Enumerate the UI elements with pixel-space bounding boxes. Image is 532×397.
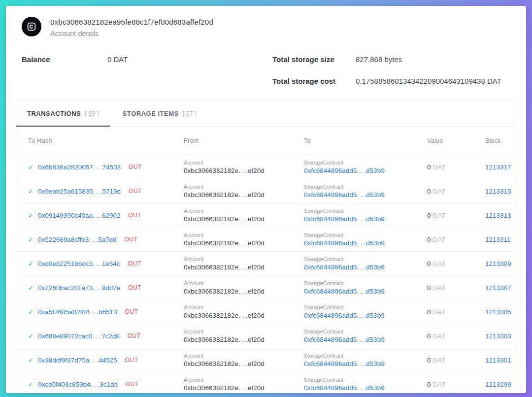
value-amount: 0 — [427, 236, 431, 243]
block-number-link[interactable]: 1213299 — [485, 381, 511, 388]
balance-label: Balance — [22, 55, 107, 64]
direction-out-badge: OUT — [128, 332, 141, 339]
transactions-body: ✓ 0x6b836a2820057. . .74503 OUT Account … — [16, 155, 516, 393]
tx-hash-link[interactable]: 0x2260bac281a73. . .9dd7e — [38, 284, 120, 292]
to-address-link[interactable]: 0xfc6844896add5. . .d53b9 — [304, 384, 427, 393]
value-unit: DAT — [433, 381, 446, 388]
to-address-link[interactable]: 0xfc6844896add5. . .d53b9 — [304, 191, 427, 199]
from-address: 0xbc3066382182e. . .ef20d — [184, 335, 304, 344]
tx-hash-cell: ✓ 0xd0e82251bbdc3. . .1e54c OUT — [28, 260, 184, 267]
from-cell: Account 0xbc3066382182e. . .ef20d — [184, 304, 304, 320]
from-cell: Account 0xbc3066382182e. . .ef20d — [184, 280, 304, 296]
tx-hash-link[interactable]: 0x38ddf9f37d75a. . .44525 — [38, 357, 117, 364]
block-cell: 1213313 — [485, 211, 511, 220]
to-address-link[interactable]: 0xfc6844896add5. . .d53b9 — [304, 311, 427, 320]
value-cell: 0DAT — [427, 164, 485, 171]
value-cell: 0DAT — [427, 284, 485, 292]
from-address: 0xbc3066382182e. . .ef20d — [184, 311, 304, 320]
transaction-row: ✓ 0x9eab25a615835. . .5719d OUT Account … — [16, 179, 516, 203]
success-check-icon: ✓ — [28, 284, 33, 292]
value-cell: 0DAT — [427, 308, 485, 316]
tx-hash-link[interactable]: 0x9eab25a615835. . .5719d — [38, 188, 121, 195]
from-type-label: Account — [184, 159, 304, 166]
value-cell: 0DAT — [427, 188, 485, 195]
value-amount: 0 — [427, 188, 431, 195]
value-amount: 0 — [427, 332, 431, 340]
to-address-link[interactable]: 0xfc6844896add5. . .d53b9 — [304, 215, 427, 224]
from-type-label: Account — [184, 352, 304, 359]
block-cell: 1213299 — [485, 380, 511, 389]
tx-hash-cell: ✓ 0x6b836a2820057. . .74503 OUT — [28, 164, 184, 171]
block-number-link[interactable]: 1213303 — [485, 332, 511, 340]
direction-out-badge: OUT — [128, 284, 141, 291]
value-amount: 0 — [427, 284, 431, 292]
storage-size-label: Total storage size — [272, 55, 356, 64]
direction-out-badge: OUT — [129, 164, 142, 170]
transaction-row: ✓ 0x2260bac281a73. . .9dd7e OUT Account … — [16, 276, 516, 300]
value-amount: 0 — [427, 212, 431, 219]
to-address-link[interactable]: 0xfc6844896add5. . .d53b9 — [304, 166, 427, 175]
success-check-icon: ✓ — [28, 236, 33, 243]
to-address-link[interactable]: 0xfc6844896add5. . .d53b9 — [304, 287, 427, 296]
to-cell: StorageContract 0xfc6844896add5. . .d53b… — [304, 376, 427, 393]
direction-out-badge: OUT — [125, 357, 138, 364]
to-address-link[interactable]: 0xfc6844896add5. . .d53b9 — [304, 335, 427, 344]
to-cell: StorageContract 0xfc6844896add5. . .d53b… — [304, 183, 427, 199]
tx-hash-cell: ✓ 0x09149390c40aa. . .62902 OUT — [28, 212, 184, 219]
to-address-link[interactable]: 0xfc6844896add5. . .d53b9 — [304, 360, 427, 368]
storage-size-value: 827,868 bytes — [356, 55, 402, 64]
block-number-link[interactable]: 1213309 — [485, 260, 511, 267]
direction-out-badge: OUT — [128, 212, 141, 219]
success-check-icon: ✓ — [28, 164, 33, 171]
direction-out-badge: OUT — [125, 236, 138, 243]
block-cell: 1213307 — [485, 283, 511, 292]
block-number-link[interactable]: 1213305 — [485, 308, 511, 316]
value-amount: 0 — [427, 164, 431, 171]
block-cell: 1213305 — [485, 307, 511, 316]
identicon-glyph-icon — [26, 21, 37, 32]
from-address: 0xbc3066382182e. . .ef20d — [184, 384, 304, 393]
table-header-row: Tx Hash From To Value Block — [16, 127, 516, 155]
tx-hash-cell: ✓ 0xa5f7685a02f04. . .b6513 OUT — [28, 308, 184, 316]
transaction-row: ✓ 0xa5f7685a02f04. . .b6513 OUT Account … — [16, 300, 516, 324]
transactions-panel: TRANSACTIONS [ 59 ] STORAGE ITEMS [ 57 ]… — [16, 100, 516, 393]
block-number-link[interactable]: 1213313 — [485, 212, 511, 219]
tx-hash-link[interactable]: 0xcb5f403c859b4. . .3c1da — [38, 381, 118, 388]
block-number-link[interactable]: 1213315 — [485, 188, 511, 195]
block-cell: 1213309 — [485, 259, 511, 268]
transaction-row: ✓ 0x09149390c40aa. . .62902 OUT Account … — [16, 203, 516, 228]
tx-hash-cell: ✓ 0x2260bac281a73. . .9dd7e OUT — [28, 284, 184, 292]
from-cell: Account 0xbc3066382182e. . .ef20d — [184, 183, 304, 199]
account-details-card: 0xbc3066382182ea95fe88c1f7ef00d683affef2… — [6, 6, 526, 393]
block-number-link[interactable]: 1213307 — [485, 284, 511, 292]
from-address: 0xbc3066382182e. . .ef20d — [184, 287, 304, 296]
tx-hash-link[interactable]: 0xd0e82251bbdc3. . .1e54c — [38, 260, 120, 267]
value-amount: 0 — [427, 357, 431, 364]
block-number-link[interactable]: 1213311 — [485, 236, 511, 243]
from-type-label: Account — [184, 376, 304, 383]
to-type-label: StorageContract — [304, 183, 427, 190]
tx-hash-link[interactable]: 0x6b836a2820057. . .74503 — [38, 164, 121, 171]
to-cell: StorageContract 0xfc6844896add5. . .d53b… — [304, 207, 427, 224]
to-type-label: StorageContract — [304, 304, 427, 311]
tx-hash-cell: ✓ 0x38ddf9f37d75a. . .44525 OUT — [28, 357, 184, 364]
direction-out-badge: OUT — [129, 188, 142, 195]
summary-left: Balance 0 DAT — [22, 55, 272, 99]
tx-hash-link[interactable]: 0x522669a8cffe3. . .5a7dd — [38, 236, 117, 243]
account-address: 0xbc3066382182ea95fe88c1f7ef00d683affef2… — [50, 18, 213, 26]
block-number-link[interactable]: 1213317 — [485, 164, 511, 171]
block-cell: 1213301 — [485, 356, 511, 364]
column-header-tx-hash: Tx Hash — [28, 137, 184, 144]
tab-transactions[interactable]: TRANSACTIONS [ 59 ] — [16, 101, 110, 126]
tx-hash-link[interactable]: 0x688e89072cac0. . .7c2d8 — [38, 332, 120, 340]
value-unit: DAT — [433, 236, 446, 243]
to-address-link[interactable]: 0xfc6844896add5. . .d53b9 — [304, 239, 427, 248]
from-address: 0xbc3066382182e. . .ef20d — [184, 166, 304, 175]
tab-storage-items[interactable]: STORAGE ITEMS [ 57 ] — [112, 101, 207, 126]
block-number-link[interactable]: 1213301 — [485, 357, 511, 364]
value-unit: DAT — [433, 308, 446, 316]
to-address-link[interactable]: 0xfc6844896add5. . .d53b9 — [304, 263, 427, 272]
account-head-text: 0xbc3066382182ea95fe88c1f7ef00d683affef2… — [50, 17, 213, 37]
tx-hash-link[interactable]: 0x09149390c40aa. . .62902 — [38, 212, 120, 219]
tx-hash-link[interactable]: 0xa5f7685a02f04. . .b6513 — [38, 308, 117, 316]
